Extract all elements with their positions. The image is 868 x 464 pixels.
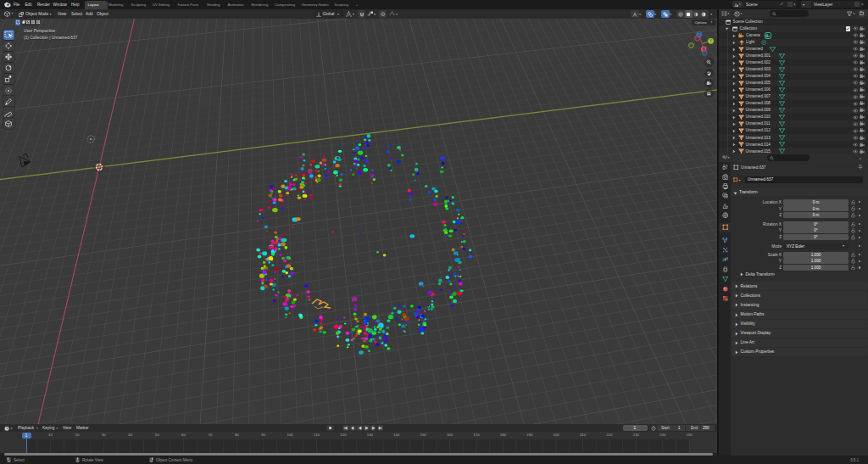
svg-text:Z: Z — [698, 32, 700, 36]
svg-text:X: X — [703, 48, 705, 52]
svg-text:Y: Y — [709, 39, 712, 43]
